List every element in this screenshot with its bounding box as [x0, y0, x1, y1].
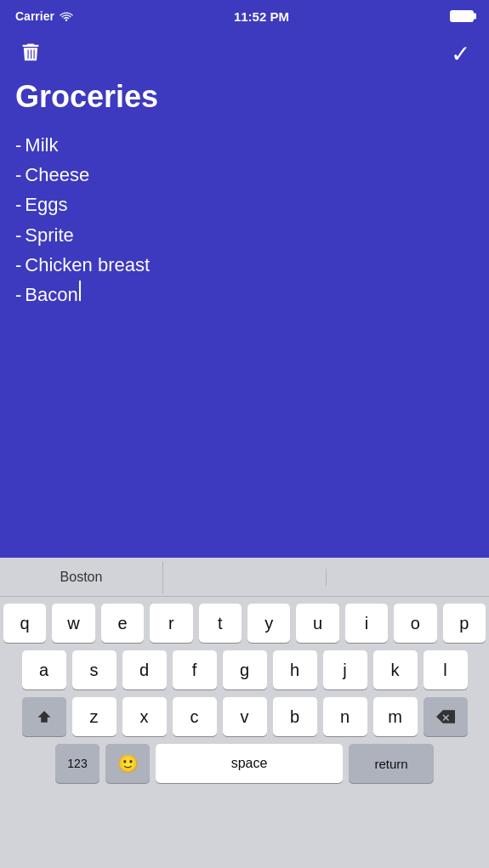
key-d[interactable]: d	[122, 650, 167, 689]
keyboard: Boston q w e r t y u i o p a s d f g h j…	[0, 558, 489, 868]
carrier-label: Carrier	[15, 9, 54, 23]
list-item-active[interactable]: - Bacon	[15, 280, 474, 309]
emoji-key[interactable]: 🙂	[105, 744, 150, 783]
key-i[interactable]: i	[345, 604, 388, 643]
trash-icon	[19, 41, 43, 65]
predictive-item-3[interactable]	[327, 569, 489, 586]
list-item: - Eggs	[15, 190, 474, 219]
key-g[interactable]: g	[223, 650, 267, 689]
list-item: - Chicken breast	[15, 250, 474, 280]
delete-key[interactable]	[424, 697, 468, 736]
predictive-item-boston[interactable]: Boston	[0, 561, 163, 593]
key-c[interactable]: c	[173, 697, 217, 736]
list-item: - Sprite	[15, 220, 474, 250]
status-bar: Carrier 11:52 PM	[0, 0, 489, 31]
key-f[interactable]: f	[173, 650, 217, 689]
text-cursor	[79, 281, 81, 301]
wifi-icon	[60, 11, 73, 21]
key-u[interactable]: u	[296, 604, 338, 643]
key-v[interactable]: v	[223, 697, 267, 736]
grocery-list: - Milk - Cheese - Eggs - Sprite - Chicke…	[15, 130, 474, 309]
confirm-button[interactable]: ✓	[447, 39, 474, 70]
key-z[interactable]: z	[72, 697, 117, 736]
key-x[interactable]: x	[122, 697, 167, 736]
key-s[interactable]: s	[72, 650, 117, 689]
key-o[interactable]: o	[394, 604, 436, 643]
key-row-1: q w e r t y u i o p	[3, 604, 486, 643]
shift-icon	[37, 709, 52, 724]
key-row-2: a s d f g h j k l	[3, 650, 486, 689]
toolbar: ✓	[15, 31, 474, 79]
key-b[interactable]: b	[273, 697, 317, 736]
svg-point-0	[65, 20, 67, 21]
return-key[interactable]: return	[349, 744, 434, 783]
predictive-bar: Boston	[0, 558, 489, 597]
backspace-icon	[436, 709, 455, 724]
key-m[interactable]: m	[373, 697, 418, 736]
space-key[interactable]: space	[156, 744, 343, 783]
numeric-key[interactable]: 123	[55, 744, 100, 783]
list-item: - Milk	[15, 130, 474, 160]
keyboard-keys: q w e r t y u i o p a s d f g h j k l	[0, 597, 489, 868]
key-j[interactable]: j	[323, 650, 367, 689]
key-h[interactable]: h	[273, 650, 317, 689]
key-t[interactable]: t	[199, 604, 242, 643]
shift-key[interactable]	[22, 697, 66, 736]
key-p[interactable]: p	[443, 604, 486, 643]
battery-icon	[450, 10, 474, 22]
key-n[interactable]: n	[323, 697, 367, 736]
status-left: Carrier	[15, 9, 73, 23]
key-w[interactable]: w	[52, 604, 94, 643]
key-row-4: 123 🙂 space return	[3, 744, 486, 783]
key-r[interactable]: r	[150, 604, 192, 643]
predictive-item-2[interactable]	[163, 569, 327, 586]
list-item: - Cheese	[15, 160, 474, 190]
delete-button[interactable]	[15, 37, 46, 71]
key-y[interactable]: y	[247, 604, 290, 643]
key-k[interactable]: k	[373, 650, 418, 689]
app-area: ✓ Groceries - Milk - Cheese - Eggs - Spr…	[0, 31, 489, 558]
page-title: Groceries	[15, 79, 474, 115]
key-row-3: z x c v b n m	[3, 697, 486, 736]
status-time: 11:52 PM	[234, 9, 289, 24]
key-e[interactable]: e	[101, 604, 144, 643]
key-l[interactable]: l	[424, 650, 468, 689]
key-q[interactable]: q	[3, 604, 46, 643]
key-a[interactable]: a	[22, 650, 66, 689]
